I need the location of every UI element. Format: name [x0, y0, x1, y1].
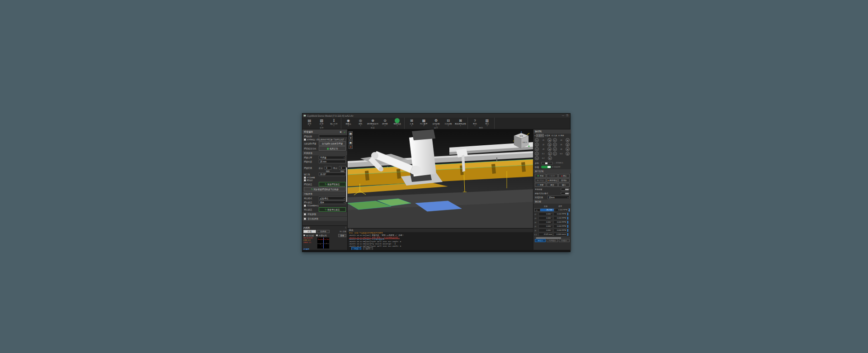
pause-button[interactable]: ‖ 暂停 — [547, 174, 558, 178]
toolbar-item[interactable]: ▧ 打开 ▼ — [316, 118, 328, 127]
weld-run-mode-toggle[interactable] — [561, 192, 570, 195]
view-button[interactable]: 查看 — [338, 234, 346, 237]
expand-icon[interactable]: ⁞⁞ — [345, 227, 346, 229]
slider-knob[interactable] — [545, 162, 547, 164]
jog-minus-button[interactable]: − — [535, 138, 539, 142]
toolbar-item[interactable]: ↧ 导入工件 ▼ — [328, 118, 340, 127]
toolbar-item[interactable]: ⊟ 工艺参数 ▼ — [442, 118, 454, 127]
manual-adjust-checkbox-row[interactable]: 手动调整 — [302, 176, 347, 179]
home-button[interactable]: ◎ 回零 — [535, 183, 546, 187]
jog-plus-button[interactable]: + — [547, 147, 552, 151]
jog-minus-button[interactable]: − — [553, 147, 557, 151]
toolbar-item[interactable]: ▥ 统计 ▼ — [481, 118, 493, 127]
log-lines[interactable]: 提示：红色/下划线标记的是被选中的焊缝2023/8 16:42:52[CAT] … — [348, 232, 533, 247]
monitor-tab[interactable]: 轴监控 — [535, 239, 546, 242]
groove-angle-input[interactable]: 16.00° — [319, 172, 346, 176]
seam-name-input[interactable] — [319, 134, 348, 138]
toolbar-item[interactable]: ◎ 相机 ▼ — [354, 118, 367, 127]
capture-icon[interactable]: ▣ — [349, 140, 353, 144]
dist-end-input[interactable]: 0 mm — [339, 166, 346, 170]
stop-button[interactable]: ■ 停止 — [558, 174, 570, 178]
toolbar-item[interactable]: ⚙ 全局参数 ▼ — [430, 118, 442, 127]
scrollbar-thumb[interactable] — [536, 238, 561, 239]
table-row[interactable]: J2 0.000 ° 0.000 RPM — [534, 212, 570, 216]
jog-plus-button[interactable]: + — [548, 156, 552, 160]
jog-minus-button[interactable]: − — [553, 143, 557, 147]
head-pose-select[interactable]: 简单 — [319, 200, 346, 204]
start-button[interactable]: ▶ 开始 — [535, 174, 546, 178]
seek-adjust-checkbox-row[interactable]: 启动调整寻位 — [302, 205, 347, 207]
checkbox-icon[interactable] — [304, 176, 306, 179]
positioner-params-section[interactable]: 变位机参数 — [302, 217, 347, 221]
table-row[interactable]: J1 -95.726 ° 0.000 RPM — [534, 208, 570, 212]
jog-minus-button[interactable]: − — [535, 143, 539, 147]
toolbar-item[interactable]: 视图状态 ▼ — [391, 118, 403, 127]
checkbox-icon[interactable] — [304, 138, 306, 141]
tab-track-view[interactable]: 轨迹图 — [317, 230, 330, 233]
jog-plus-button[interactable]: + — [566, 152, 570, 156]
update-seek-pose-button[interactable]: ↻更新寻位姿态 — [319, 207, 346, 212]
disconnect-icon[interactable]: ✕ — [349, 145, 353, 149]
seek-mode-select[interactable]: 起始寻位 — [319, 196, 346, 200]
toolbar-item[interactable]: ◉ 观察点 ▼ — [342, 118, 354, 127]
dist-start-input[interactable]: 0 mm — [325, 166, 331, 170]
toolbar-item[interactable]: ⊕ 焊缝图初始化 ▼ — [367, 118, 379, 127]
viewport-3d[interactable]: ▦ ✳ ▣ ✕ 顶视 BACK — [348, 129, 533, 228]
jog-plus-button[interactable]: + — [566, 143, 570, 147]
machine-motion-button[interactable]: ▣机床运动 — [319, 146, 346, 151]
monitor-tab[interactable]: TCP监控 — [547, 239, 557, 242]
toolbar-item[interactable]: ⊙ 焊缝图 ▼ — [379, 118, 391, 127]
close-icon[interactable]: ✕ — [340, 130, 342, 134]
dry-run-button[interactable]: 空运行 — [558, 178, 570, 182]
toolbar-item[interactable]: ⊠ 离线编程参数 ▼ — [454, 118, 467, 127]
toolbar-item[interactable]: ▤ 文件 ▼ — [303, 118, 316, 127]
checkbox-icon[interactable] — [304, 179, 306, 181]
seam-position-select[interactable]: 平焊缝 — [319, 156, 346, 159]
coord-mode-tab[interactable]: 基座 — [558, 134, 564, 137]
table-row[interactable]: 6.1 -3.525 mm 0.000 mm/s — [534, 233, 570, 236]
table-row[interactable]: J6 0.000 ° 0.000 RPM — [534, 229, 570, 232]
update-weld-pose-button[interactable]: ↻更新焊接姿态 — [319, 182, 346, 186]
jog-plus-button[interactable]: + — [566, 138, 570, 142]
table-row[interactable]: J4 0.000 ° 0.000 RPM — [534, 220, 570, 224]
auto-pick-seam-button[interactable]: 自动选取当前典型焊缝 — [319, 141, 346, 146]
single-step-button[interactable]: ▶| 单步 — [535, 178, 546, 182]
maximize-button[interactable]: ❐ — [565, 114, 569, 117]
welder-params-section[interactable]: 焊机参数 — [302, 212, 347, 216]
minimize-button[interactable]: — — [561, 114, 565, 117]
checkbox-icon[interactable] — [304, 213, 306, 215]
left-panel-scrollbar[interactable] — [346, 167, 347, 202]
coord-mode-tab[interactable]: 工具 — [551, 134, 557, 137]
weld-params-section[interactable]: 焊接参数 — [302, 151, 347, 155]
checkbox-icon[interactable] — [304, 205, 306, 207]
function-params-section[interactable]: 功能参数 — [302, 192, 347, 196]
toggle-knob[interactable] — [547, 166, 551, 168]
coord-mode-tab[interactable]: 关节 — [536, 134, 543, 137]
jog-minus-button[interactable]: − — [553, 152, 557, 156]
step-size-slider[interactable] — [541, 162, 553, 164]
jog-minus-button[interactable]: − — [535, 147, 539, 151]
jog-minus-button[interactable]: − — [553, 138, 557, 142]
camera-quad-view[interactable]: Residual Pos.Toler — [317, 237, 330, 249]
jog-plus-button[interactable]: + — [566, 147, 570, 151]
fast-mode-toggle[interactable] — [541, 166, 551, 168]
segment-weld-checkbox-row[interactable]: 断续焊 — [302, 179, 347, 181]
checkbox-icon[interactable] — [304, 218, 306, 220]
jog-minus-button[interactable]: − — [535, 152, 539, 156]
toggle-knob[interactable] — [565, 193, 569, 194]
table-row[interactable]: J5 0.000 ° 0.000 RPM — [534, 224, 570, 228]
toolbar-item[interactable]: ⊞ 工具 ▼ — [406, 118, 418, 127]
toolbar-item[interactable]: ? 帮助 ▼ — [469, 118, 481, 127]
monitor-tab[interactable]: IO监控 — [559, 239, 570, 242]
quad-view-icon[interactable]: ▦ — [349, 131, 353, 135]
confirm-check-icon[interactable]: ✓ — [344, 130, 346, 134]
jog-plus-button[interactable]: + — [547, 138, 552, 142]
seam-plan-checkbox-row[interactable]: 焊缝规划（适合典型焊缝匹配【热缝以内】） — [302, 138, 347, 141]
navigation-cube[interactable]: 顶视 BACK — [512, 131, 530, 151]
checkbox-icon[interactable] — [303, 234, 305, 236]
skip-seek-button[interactable]: ➜ 跳过寻位 — [547, 178, 558, 182]
collapse-left-icon[interactable]: ◂ — [534, 134, 535, 137]
retreat-distance-select[interactable]: 10mm — [547, 196, 570, 199]
coord-mode-tab[interactable]: 世界 — [544, 134, 551, 137]
toolbar-item[interactable]: ▦ PLC配置 ▼ — [418, 118, 430, 127]
